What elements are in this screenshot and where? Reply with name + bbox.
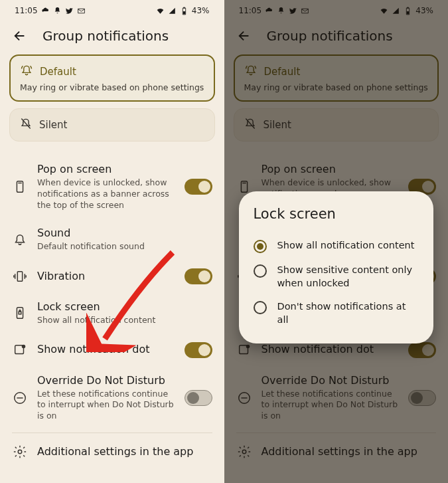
svg-rect-3 bbox=[17, 272, 22, 282]
bell-off-icon bbox=[19, 117, 33, 133]
statusbar: 11:05 43% bbox=[0, 0, 224, 20]
row-lock-screen[interactable]: Lock screen Show all notification conten… bbox=[0, 292, 224, 334]
row-lock-sub: Show all notification content bbox=[37, 315, 212, 326]
svg-point-7 bbox=[22, 345, 26, 349]
row-override-sub: Let these notifications continue to inte… bbox=[37, 389, 175, 423]
radio-selected-icon bbox=[254, 240, 267, 253]
row-override-dnd[interactable]: Override Do Not Disturb Let these notifi… bbox=[0, 366, 224, 430]
page-title: Group notifications bbox=[42, 28, 169, 44]
svg-rect-5 bbox=[19, 312, 21, 315]
toggle-pop[interactable] bbox=[185, 179, 212, 195]
row-pop-sub: When device is unlocked, show notificati… bbox=[37, 177, 175, 211]
signal-icon bbox=[168, 7, 177, 15]
option-show-all[interactable]: Show all notification content bbox=[254, 234, 419, 258]
card-default-sub: May ring or vibrate based on phone setti… bbox=[20, 82, 204, 92]
card-default-title: Default bbox=[40, 66, 76, 78]
divider bbox=[12, 433, 212, 433]
gear-icon bbox=[12, 444, 28, 460]
row-vibration[interactable]: Vibration bbox=[0, 260, 224, 292]
svg-rect-4 bbox=[17, 308, 23, 319]
card-silent[interactable]: Silent bbox=[9, 108, 215, 142]
dialog-title: Lock screen bbox=[254, 206, 419, 222]
battery-icon bbox=[180, 7, 188, 15]
mail-icon bbox=[77, 7, 86, 15]
screen-right: 11:05 43% Group notifications Default Ma… bbox=[224, 0, 449, 483]
option-dont-show[interactable]: Don't show notifications at all bbox=[254, 295, 419, 332]
vibration-icon bbox=[12, 268, 28, 284]
bell-icon bbox=[53, 7, 62, 15]
back-button[interactable] bbox=[12, 28, 28, 44]
row-sound-title: Sound bbox=[37, 227, 212, 241]
option-label: Don't show notifications at all bbox=[277, 300, 419, 326]
row-sound-sub: Default notification sound bbox=[37, 241, 212, 252]
status-battery-pct: 43% bbox=[192, 6, 210, 15]
toggle-vibration[interactable] bbox=[185, 268, 212, 284]
screen-left: 11:05 43% Group notifications Default Ma… bbox=[0, 0, 224, 483]
status-time: 11:05 bbox=[15, 6, 38, 15]
row-additional-title: Additional settings in the app bbox=[37, 445, 212, 459]
row-dot-title: Show notification dot bbox=[37, 343, 175, 357]
wifi-icon bbox=[156, 7, 165, 15]
bell-outline-icon bbox=[12, 232, 28, 248]
svg-point-10 bbox=[18, 450, 22, 454]
row-vibration-title: Vibration bbox=[37, 270, 175, 284]
card-default[interactable]: Default May ring or vibrate based on pho… bbox=[9, 54, 215, 102]
row-additional-settings[interactable]: Additional settings in the app bbox=[0, 436, 224, 468]
lock-phone-icon bbox=[12, 305, 28, 321]
toggle-dot[interactable] bbox=[185, 342, 212, 358]
lock-screen-dialog: Lock screen Show all notification conten… bbox=[239, 191, 434, 343]
option-label: Show sensitive content only when unlocke… bbox=[277, 264, 419, 290]
option-label: Show all notification content bbox=[277, 239, 415, 252]
dnd-icon bbox=[12, 390, 28, 406]
bell-ring-icon bbox=[20, 64, 33, 80]
svg-rect-0 bbox=[183, 11, 185, 14]
cloud-icon bbox=[41, 7, 50, 15]
radio-unselected-icon bbox=[254, 301, 267, 314]
row-pop-title: Pop on screen bbox=[37, 163, 175, 177]
phone-icon bbox=[12, 179, 28, 195]
row-lock-title: Lock screen bbox=[37, 300, 212, 314]
toggle-override[interactable] bbox=[185, 390, 212, 406]
dot-badge-icon bbox=[12, 342, 28, 358]
card-silent-title: Silent bbox=[39, 119, 67, 131]
option-sensitive-only[interactable]: Show sensitive content only when unlocke… bbox=[254, 258, 419, 295]
header: Group notifications bbox=[0, 20, 224, 54]
row-notification-dot[interactable]: Show notification dot bbox=[0, 334, 224, 366]
row-override-title: Override Do Not Disturb bbox=[37, 374, 175, 388]
twitter-icon bbox=[65, 7, 74, 15]
row-pop-on-screen[interactable]: Pop on screen When device is unlocked, s… bbox=[0, 155, 224, 219]
row-sound[interactable]: Sound Default notification sound bbox=[0, 219, 224, 260]
radio-unselected-icon bbox=[254, 264, 267, 278]
